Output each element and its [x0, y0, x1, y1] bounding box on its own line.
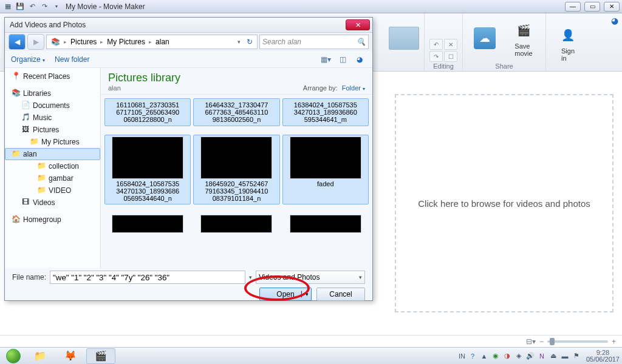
minimize-button[interactable]: —: [565, 2, 581, 12]
preview-pane-button[interactable]: ◫: [336, 53, 349, 66]
arrange-by-dropdown[interactable]: Folder ▾: [342, 84, 365, 92]
folder-icon: 📄: [21, 101, 30, 110]
thumbnail: [112, 215, 183, 233]
new-folder-button[interactable]: New folder: [55, 55, 89, 64]
thumbnail: [290, 136, 361, 179]
edit-rotate-left-icon[interactable]: ↶: [429, 39, 443, 50]
edit-select-all-icon[interactable]: ☐: [444, 51, 457, 62]
tray-flag-icon[interactable]: ▲: [480, 352, 488, 360]
tray-clock[interactable]: 9:28 05/06/2017: [586, 349, 620, 363]
file-item[interactable]: 18645920_4575246779163345_19094410083791…: [193, 135, 279, 204]
library-title: Pictures library: [108, 72, 303, 84]
file-item[interactable]: [104, 213, 191, 236]
folder-icon: 🎵: [21, 113, 30, 123]
taskbar-moviemaker[interactable]: 🎬: [86, 348, 115, 364]
folder-icon: 📚: [11, 89, 21, 98]
taskbar-firefox[interactable]: 🦊: [56, 348, 85, 364]
redo-icon[interactable]: ↷: [39, 1, 50, 12]
thumbnail: [200, 136, 272, 179]
edit-rotate-right-icon[interactable]: ↷: [429, 51, 443, 62]
tray-sync-icon[interactable]: ◑: [503, 352, 511, 360]
open-file-dialog: Add Videos and Photos ✕ ◀ ▶ 📚▸ Pictures▸…: [4, 17, 373, 301]
help-icon[interactable]: ◕: [611, 16, 618, 25]
ribbon-group-share: Share: [495, 62, 513, 70]
view-mode-button[interactable]: ▦▾: [319, 53, 332, 66]
tree-item-homegroup[interactable]: 🏠Homegroup: [5, 214, 100, 226]
cancel-button[interactable]: Cancel: [316, 288, 365, 301]
sign-in-button[interactable]: 👤 Sign in: [551, 24, 585, 62]
tray-help-icon[interactable]: ?: [468, 352, 477, 360]
breadcrumb-3[interactable]: alan: [154, 38, 171, 46]
tray-volume-icon[interactable]: 🔊: [526, 352, 535, 360]
tray-onenote-icon[interactable]: N: [538, 352, 546, 360]
tray-language[interactable]: IN: [459, 352, 465, 360]
browse-placeholder[interactable]: Click here to browse for videos and phot…: [395, 94, 613, 312]
tree-item-music[interactable]: 🎵Music: [5, 112, 100, 124]
tree-item-documents[interactable]: 📄Documents: [5, 99, 100, 112]
taskbar: 📁 🦊 🎬 IN ? ▲ ◉ ◑ ◈ 🔊 N ⏏ ▬ ⚑ 9:28 05/06/…: [0, 347, 622, 364]
file-item[interactable]: 16384024_105875353427013_189936860595344…: [282, 98, 369, 126]
breadcrumb[interactable]: 📚▸ Pictures▸ My Pictures▸ alan ▾ ↻: [46, 35, 258, 49]
back-button[interactable]: ◀: [9, 34, 26, 50]
zoom-slider[interactable]: [547, 340, 608, 343]
tray-battery-icon[interactable]: ▬: [561, 352, 569, 360]
tree-item-my-pictures[interactable]: 📁My Pictures: [5, 136, 100, 148]
file-item[interactable]: [282, 213, 369, 236]
start-button[interactable]: [2, 348, 24, 365]
tray-shield-icon[interactable]: ◉: [491, 352, 500, 360]
tray-usb-icon[interactable]: ⏏: [549, 352, 558, 360]
taskbar-explorer[interactable]: 📁: [26, 348, 55, 364]
breadcrumb-1[interactable]: Pictures: [69, 38, 98, 46]
dialog-nav: ◀ ▶ 📚▸ Pictures▸ My Pictures▸ alan ▾ ↻ S…: [5, 33, 372, 51]
file-item[interactable]: 16584024_1058753534270130_18993686056953…: [104, 135, 191, 204]
folder-icon: 📁: [11, 149, 21, 159]
window-title: My Movie - Movie Maker: [62, 2, 565, 11]
user-icon: 👤: [557, 24, 579, 46]
file-grid[interactable]: 16110681_237303516717105_265063490060812…: [101, 95, 372, 268]
library-subtitle: alan: [108, 84, 303, 92]
edit-remove-icon[interactable]: ✕: [444, 39, 457, 50]
save-movie-icon: 🎬: [513, 19, 535, 41]
zoom-in-button[interactable]: +: [612, 337, 616, 346]
tree-item-recent-places[interactable]: 📍Recent Places: [5, 70, 100, 83]
tree-item-libraries[interactable]: 📚Libraries: [5, 87, 100, 99]
file-item[interactable]: 16110681_237303516717105_265063490060812…: [104, 98, 191, 126]
share-cloud-button[interactable]: ☁: [468, 27, 502, 49]
tree-item-pictures[interactable]: 🖼Pictures: [5, 124, 100, 136]
help-button[interactable]: ◕: [353, 53, 366, 66]
open-button[interactable]: Open▏▾: [259, 288, 312, 301]
tree-item-collection[interactable]: 📁collection: [5, 160, 100, 172]
file-item[interactable]: [193, 213, 279, 236]
tray-network-icon[interactable]: ◈: [514, 352, 523, 360]
file-item[interactable]: faded: [282, 135, 369, 204]
thumbnail: [112, 136, 183, 179]
tree-item-alan[interactable]: 📁alan: [5, 148, 100, 160]
folder-icon: 🏠: [11, 215, 21, 224]
organize-menu[interactable]: Organize ▾: [11, 55, 45, 64]
folder-icon: 🎞: [21, 198, 30, 207]
close-button[interactable]: ✕: [604, 2, 620, 12]
undo-icon[interactable]: ↶: [27, 1, 38, 12]
zoom-out-button[interactable]: −: [539, 337, 544, 346]
file-name-input[interactable]: [50, 271, 245, 284]
maximize-button[interactable]: ▭: [584, 2, 600, 12]
refresh-icon[interactable]: ↻: [245, 38, 255, 46]
nav-tree[interactable]: 📍Recent Places📚Libraries📄Documents🎵Music…: [5, 68, 101, 268]
file-item[interactable]: 16464332_173304776677363_485463110981360…: [193, 98, 279, 126]
save-movie-button[interactable]: 🎬 Save movie: [507, 19, 541, 57]
thumbnail: [200, 215, 272, 233]
save-icon[interactable]: 💾: [15, 1, 26, 12]
tree-item-gambar[interactable]: 📁gambar: [5, 172, 100, 184]
dialog-close-button[interactable]: ✕: [346, 19, 370, 30]
browse-placeholder-text: Click here to browse for videos and phot…: [418, 198, 590, 209]
tray-action-center-icon[interactable]: ⚑: [572, 352, 581, 360]
qat-dropdown-icon[interactable]: ▾: [51, 1, 62, 12]
forward-button[interactable]: ▶: [27, 34, 44, 50]
tree-item-video[interactable]: 📁VIDEO: [5, 184, 100, 197]
tree-item-videos[interactable]: 🎞Videos: [5, 197, 100, 209]
app-menu-icon[interactable]: ▦: [2, 1, 13, 12]
breadcrumb-2[interactable]: My Pictures: [105, 38, 147, 46]
search-input[interactable]: Search alan 🔍: [259, 35, 369, 49]
folder-icon: 📍: [11, 72, 21, 81]
file-type-filter[interactable]: Videos and Photos▾: [256, 271, 365, 284]
